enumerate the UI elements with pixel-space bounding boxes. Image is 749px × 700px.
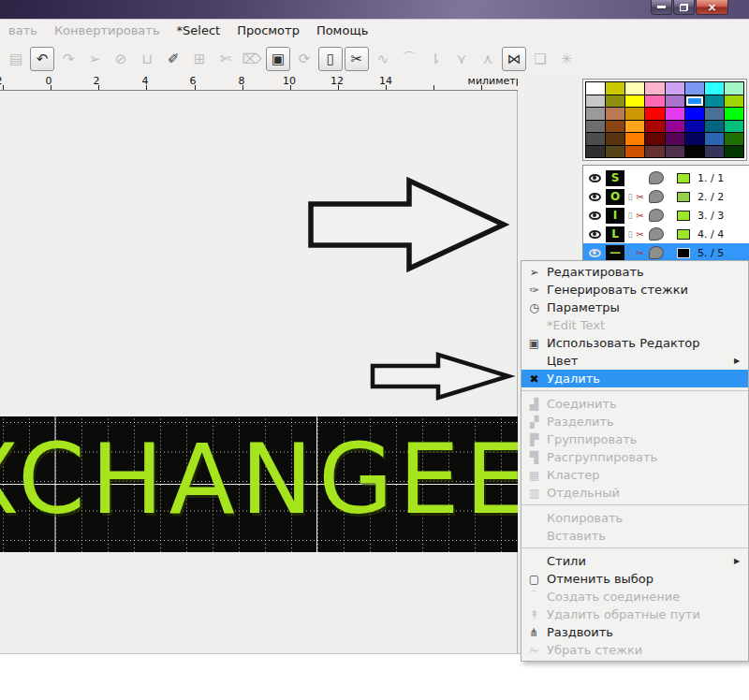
menu-item-separate[interactable]: ▥ Отдельный	[521, 484, 748, 502]
menu-item-cluster[interactable]: ▦ Кластер	[521, 466, 748, 484]
step-down-button[interactable]: ⇂	[423, 47, 448, 71]
menu-item-edit-text[interactable]: *Edit Text	[521, 316, 748, 334]
palette-swatch[interactable]	[606, 133, 624, 145]
palette-swatch[interactable]	[606, 108, 624, 120]
palette-swatch[interactable]	[606, 82, 624, 95]
palette-swatch[interactable]	[645, 146, 664, 158]
palette-swatch[interactable]	[586, 108, 605, 120]
layer-row-1[interactable]: S 1. / 1	[583, 168, 749, 187]
palette-swatch[interactable]	[586, 121, 605, 133]
palette-swatch[interactable]	[685, 108, 704, 120]
menu-item-copy[interactable]: Копировать	[521, 509, 748, 527]
eyedropper-button[interactable]: ✐	[161, 47, 185, 71]
hide-stitches-button[interactable]: ✂	[345, 47, 369, 71]
menu-item-use-editor[interactable]: ▣ Использовать Редактор	[521, 334, 748, 352]
menu-item-ungroup[interactable]: ▜ Расгруппировать	[521, 448, 748, 466]
visibility-eye-icon[interactable]	[589, 249, 601, 257]
palette-swatch[interactable]	[705, 108, 724, 120]
palette-swatch[interactable]	[725, 82, 743, 95]
palette-swatch[interactable]	[606, 121, 624, 133]
menu-item-styles[interactable]: Стили ▶	[521, 552, 748, 570]
palette-swatch[interactable]	[606, 95, 624, 108]
menu-item-color[interactable]: Цвет ▶	[521, 352, 748, 370]
branch-down-button[interactable]: ⋏	[476, 47, 500, 71]
palette-swatch[interactable]	[666, 146, 684, 158]
palette-swatch[interactable]	[685, 146, 704, 158]
node-edit-button[interactable]: ➢	[82, 47, 107, 71]
palette-swatch[interactable]	[586, 133, 605, 145]
curve-button[interactable]: ⌒	[397, 47, 421, 71]
restore-button[interactable]	[673, 0, 695, 15]
menu-item-deselect[interactable]: ▢ Отменить выбор	[521, 570, 748, 588]
layer-row-2[interactable]: O ▯ ✂ 2. / 2	[583, 187, 749, 206]
menu-item-split[interactable]: ▞ Разделить	[521, 413, 748, 430]
palette-swatch[interactable]	[586, 82, 605, 95]
palette-swatch[interactable]	[625, 146, 644, 158]
hoop-button[interactable]: ▯	[318, 47, 343, 71]
layer-row-5[interactable]: — ▯ ✂ 5. / 5	[583, 243, 749, 262]
menu-item-paste[interactable]: Вставить	[521, 527, 748, 545]
layer-color-swatch[interactable]	[677, 229, 690, 240]
palette-swatch[interactable]	[685, 121, 704, 133]
show-stitches-button[interactable]: ∿	[371, 47, 395, 71]
menu-item-create-connection[interactable]: ⌒ Создать соединение	[521, 588, 748, 605]
palette-swatch[interactable]	[666, 108, 684, 120]
menu-item-group[interactable]: ▛ Группировать	[521, 430, 748, 448]
redo-button[interactable]: ↷	[56, 47, 81, 71]
visibility-eye-icon[interactable]	[589, 174, 601, 182]
palette-swatch[interactable]	[625, 108, 644, 120]
palette-swatch[interactable]	[705, 146, 724, 158]
palette-swatch[interactable]	[645, 95, 664, 108]
palette-swatch[interactable]	[666, 95, 684, 108]
palette-swatch[interactable]	[725, 121, 743, 133]
palette-swatch[interactable]	[645, 121, 664, 133]
palette-swatch[interactable]	[685, 82, 704, 95]
branch-up-button[interactable]: ⋎	[449, 47, 474, 71]
close-button[interactable]: ×	[696, 0, 728, 15]
palette-swatch[interactable]	[666, 133, 684, 145]
palette-swatch[interactable]	[685, 95, 704, 108]
palette-swatch[interactable]	[705, 121, 724, 133]
menu-item-remove-stitches[interactable]: ✁ Убрать стежки	[521, 641, 748, 659]
palette-swatch[interactable]	[705, 82, 724, 95]
minimize-button[interactable]	[651, 0, 672, 15]
menu-item-generate-stitches[interactable]: ✑ Генерировать стежки	[521, 281, 748, 299]
palette-swatch[interactable]	[625, 133, 644, 145]
palette-swatch[interactable]	[645, 108, 664, 120]
palette-swatch[interactable]	[725, 108, 743, 120]
overlap-button[interactable]: ❏	[528, 47, 552, 71]
undo-button[interactable]: ↶	[30, 47, 54, 71]
palette-swatch[interactable]	[725, 95, 743, 108]
visibility-eye-icon[interactable]	[589, 211, 601, 220]
palette-swatch[interactable]	[685, 133, 704, 145]
palette-swatch[interactable]	[666, 121, 684, 133]
menu-item-edit[interactable]: ➢ Редактировать	[521, 263, 748, 281]
menu-item-join[interactable]: ▟ Соединить	[521, 395, 748, 413]
ellipse-button[interactable]: ⊘	[109, 47, 133, 71]
menu-item-parameters[interactable]: ◷ Параметры	[521, 299, 748, 316]
menu-convert[interactable]: Конвертировать	[46, 21, 169, 40]
palette-swatch[interactable]	[586, 146, 605, 158]
palette-swatch[interactable]	[625, 121, 644, 133]
menu-item-delete[interactable]: ✖ Удалить	[521, 370, 748, 387]
menu-select[interactable]: *Select	[169, 21, 229, 40]
menu-help[interactable]: Помощь	[308, 21, 376, 40]
palette-swatch[interactable]	[625, 95, 644, 108]
image-editor-button[interactable]: ▣	[266, 47, 290, 71]
paste-button[interactable]: ▤	[4, 47, 28, 71]
palette-swatch[interactable]	[666, 82, 684, 95]
fit-hoop-button[interactable]: ⋈	[502, 47, 526, 71]
settings-button[interactable]: ✳	[554, 47, 579, 71]
trim-button[interactable]: ✄	[213, 47, 238, 71]
refresh-button[interactable]: ⟳	[292, 47, 316, 71]
palette-swatch[interactable]	[705, 95, 724, 108]
palette-swatch[interactable]	[725, 146, 743, 158]
layer-row-3[interactable]: I ▯ ✂ 3. / 3	[583, 206, 749, 225]
tshirt-button[interactable]: ⊔	[135, 47, 159, 71]
visibility-eye-icon[interactable]	[589, 230, 601, 239]
eraser-button[interactable]: ⌦	[240, 47, 264, 71]
layer-color-swatch[interactable]	[677, 173, 690, 183]
palette-swatch[interactable]	[645, 133, 664, 145]
palette-swatch[interactable]	[606, 146, 624, 158]
menu-item-bifurcate[interactable]: ⋔ Раздвоить	[521, 623, 748, 641]
